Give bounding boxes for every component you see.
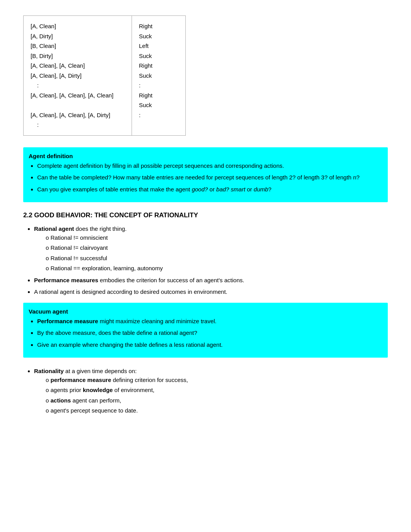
section-title: 2.2 GOOD BEHAVIOR: THE CONCEPT OF RATION… [23,211,388,219]
table-row: Suck [139,31,164,41]
table-left-col: [A, Clean] [A, Dirty] [B, Clean] [B, Dir… [24,16,132,135]
table-row: [A, Clean], [A, Dirty] [31,71,125,81]
list-item: Complete agent definition by filling in … [37,162,381,171]
table-row: : [139,110,164,120]
table-row: [B, Dirty] [31,51,125,61]
table-row: [A, Clean] [31,21,125,31]
bold-text: performance measure [51,377,111,383]
list-item: agent's percept sequence to date. [46,406,388,415]
table-row: Suck [139,71,164,81]
italic-text: bad? smart [216,186,245,193]
list-item: Rational == exploration, learning, auton… [46,264,388,273]
table-row: Right [139,90,164,101]
list-item: actions agent can perform, [46,396,388,405]
table-row: [A, Dirty] [31,31,125,41]
table-row: Right [139,21,164,31]
table-row: [A, Clean], [A, Clean], [A, Clean] [31,90,125,101]
list-item: A rational agent is designed according t… [34,288,388,297]
list-item: Rationality at a given time depends on: … [34,367,388,415]
rationality-list: Rationality at a given time depends on: … [34,367,388,415]
table-row: [A, Clean], [A, Clean], [A, Dirty] [31,110,125,120]
list-item: Give an example where changing the table… [37,341,381,350]
list-item: By the above measure, does the table def… [37,329,381,338]
bold-text: Rationality [34,368,64,374]
table-row: Right [139,61,164,71]
bold-text: Performance measure [37,318,98,324]
table-row: Left [139,41,164,51]
vacuum-agent-box: Vacuum agent Performance measure might m… [23,303,388,358]
italic-text: dumb [254,186,269,193]
list-item: Rational agent does the right thing. Rat… [34,225,388,273]
table-row: : [31,80,125,90]
agent-definition-title: Agent definition [29,153,381,159]
sub-list: performance measure defining criterion f… [46,376,388,415]
vacuum-agent-title: Vacuum agent [29,308,381,315]
agent-definition-list: Complete agent definition by filling in … [37,162,381,194]
table-row: [A, Clean], [A, Clean] [31,61,125,71]
list-item: Rational != successful [46,254,388,263]
table-row: : [31,120,125,130]
table-row: [B, Clean] [31,41,125,51]
list-item: Performance measures embodies the criter… [34,276,388,285]
italic-text: good? [192,186,208,193]
list-item: agents prior knowledge of environment, [46,386,388,395]
bold-text: Rational agent [34,225,74,232]
bold-text: actions [51,397,71,404]
table-row: Suck [139,51,164,61]
table-right-col: Right Suck Left Suck Right Suck : Right … [132,16,171,135]
list-item: Rational != clairvoyant [46,244,388,252]
bold-text: Performance measures [34,277,98,283]
sub-list: Rational != omniscient Rational != clair… [46,234,388,273]
list-item: performance measure defining criterion f… [46,376,388,385]
table-row: Suck [139,100,164,110]
bold-text: knowledge [83,387,113,393]
agent-definition-box: Agent definition Complete agent definiti… [23,147,388,203]
list-item: Can the table be completed? How many tab… [37,173,381,182]
rational-list: Rational agent does the right thing. Rat… [34,225,388,297]
table-row [31,100,125,110]
table-row: : [139,80,164,90]
percept-action-table: [A, Clean] [A, Dirty] [B, Clean] [B, Dir… [23,15,186,136]
list-item: Can you give examples of table entries t… [37,185,381,194]
vacuum-agent-list: Performance measure might maximize clean… [37,317,381,350]
list-item: Rational != omniscient [46,234,388,242]
list-item: Performance measure might maximize clean… [37,317,381,326]
